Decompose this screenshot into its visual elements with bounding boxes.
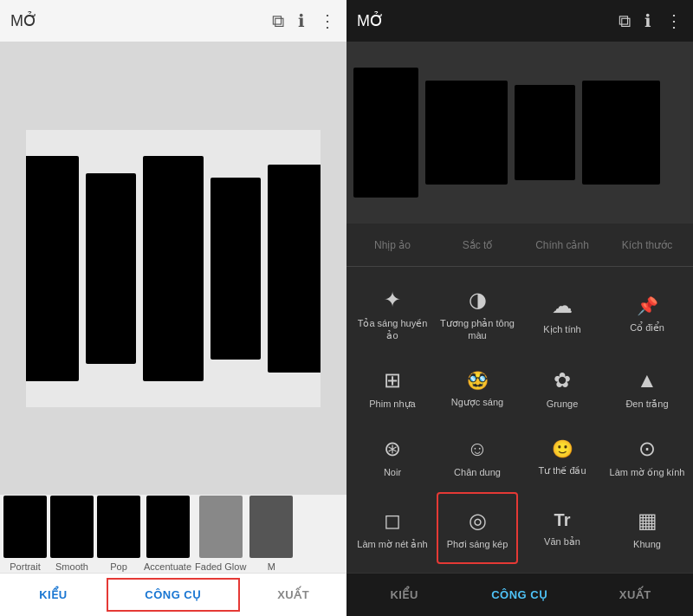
- thumb-fadedglow-img: [199, 496, 243, 558]
- khung-label: Khung: [633, 538, 661, 550]
- thumb-smooth-label: Smooth: [55, 561, 88, 572]
- tuongphan-icon: ◑: [469, 288, 487, 312]
- toasang-label: Tỏa sáng huyền ảo: [353, 317, 431, 342]
- phoisangkep-label: Phơi sáng kép: [447, 538, 508, 550]
- filter-chandung[interactable]: ☺ Chân dung: [435, 423, 520, 491]
- chandung-icon: ☺: [467, 437, 489, 461]
- left-top-icons: ⧉ ℹ ⋮: [272, 10, 336, 31]
- bar-3: [143, 156, 204, 381]
- thumb-fadedglow-label: Faded Glow: [195, 561, 246, 572]
- thumb-m[interactable]: M: [249, 496, 293, 572]
- thumb-portrait-img: [3, 496, 47, 558]
- lammoanh-label: Làm mờ nét ảnh: [357, 538, 427, 550]
- codien-label: Cổ điển: [630, 321, 664, 334]
- strip-filter-1[interactable]: Nhịp ảo: [350, 236, 435, 255]
- vanban-label: Văn bản: [544, 535, 580, 548]
- left-nav-congu[interactable]: CÔNG CỤ: [107, 578, 241, 612]
- chandung-label: Chân dung: [454, 466, 501, 478]
- filter-grunge[interactable]: ✿ Grunge: [520, 354, 605, 423]
- vanban-icon: Tr: [554, 510, 571, 530]
- right-nav-xuat[interactable]: XUẤT: [578, 578, 693, 612]
- right-top-icons: ⧉ ℹ ⋮: [619, 10, 683, 31]
- bar-4: [210, 178, 261, 360]
- lammoongkinh-icon: ⊙: [638, 437, 656, 461]
- bar-5: [268, 165, 321, 373]
- thumb-fadedglow[interactable]: Faded Glow: [195, 496, 246, 572]
- strip-filter-2[interactable]: Sắc tố: [435, 236, 520, 255]
- noir-icon: ⊛: [384, 437, 401, 461]
- thumb-accentuate[interactable]: Accentuate: [144, 496, 191, 572]
- thumb-m-label: M: [268, 561, 275, 572]
- thumb-smooth-img: [50, 496, 94, 558]
- filter-lammoongkinh[interactable]: ⊙ Làm mờ ống kính: [605, 423, 690, 491]
- right-panel: MỞ ⧉ ℹ ⋮ Nhịp ảo Sắc tố Chính cảnh Kích …: [346, 0, 693, 616]
- kichtinh-label: Kịch tính: [543, 323, 580, 335]
- filter-phimnhua[interactable]: ⊞ Phim nhựa: [350, 354, 435, 423]
- thumb-accentuate-img: [146, 496, 190, 558]
- filter-dentrang[interactable]: ▲ Đen trắng: [605, 354, 690, 423]
- noir-label: Noir: [384, 466, 401, 478]
- filter-toasang[interactable]: ✦ Tỏa sáng huyền ảo: [350, 274, 435, 354]
- filter-tuthedau[interactable]: 🙂 Tư thế đầu: [520, 423, 605, 491]
- toasang-icon: ✦: [384, 288, 401, 312]
- left-nav-kieu[interactable]: KIỂU: [0, 578, 107, 612]
- thumb-pop-img: [97, 496, 140, 558]
- thumb-m-img: [249, 496, 293, 558]
- dentrang-icon: ▲: [637, 368, 657, 392]
- right-filter-strip[interactable]: Nhịp ảo Sắc tố Chính cảnh Kích thước: [346, 224, 693, 267]
- strip-filter-3[interactable]: Chính cảnh: [520, 236, 605, 255]
- right-bar-2: [425, 81, 508, 185]
- thumb-accentuate-label: Accentuate: [144, 561, 191, 572]
- right-top-bar: MỞ ⧉ ℹ ⋮: [346, 0, 693, 42]
- phimnhua-icon: ⊞: [384, 368, 401, 392]
- nguocsang-icon: 🥸: [467, 370, 489, 391]
- left-title: MỞ: [10, 11, 272, 30]
- thumb-smooth[interactable]: Smooth: [50, 496, 94, 572]
- left-image-area: [0, 42, 346, 495]
- codien-icon: 📌: [637, 295, 658, 316]
- khung-icon: ▦: [638, 509, 657, 533]
- right-info-icon[interactable]: ℹ: [644, 10, 651, 31]
- filter-vanban[interactable]: Tr Văn bản: [520, 490, 605, 566]
- thumb-portrait-label: Portrait: [10, 561, 40, 572]
- left-bottom-nav: KIỂU CÔNG CỤ XUẤT: [0, 573, 346, 616]
- left-nav-xuat[interactable]: XUẤT: [240, 578, 346, 612]
- right-nav-congcu[interactable]: CÔNG CỤ: [462, 578, 577, 612]
- phoisangkep-icon: ◎: [469, 509, 487, 533]
- layers-icon[interactable]: ⧉: [272, 11, 284, 31]
- filter-lammoanh[interactable]: ◻ Làm mờ nét ảnh: [350, 490, 435, 566]
- tuthedau-icon: 🙂: [552, 438, 573, 459]
- right-image-area: [346, 42, 693, 224]
- strip-filter-4[interactable]: Kích thước: [605, 236, 690, 255]
- more-icon[interactable]: ⋮: [319, 10, 336, 31]
- right-title: MỞ: [357, 11, 619, 30]
- filter-noir[interactable]: ⊛ Noir: [350, 423, 435, 491]
- right-more-icon[interactable]: ⋮: [665, 10, 683, 31]
- tuthedau-label: Tư thế đầu: [538, 464, 586, 477]
- right-bottom-nav: KIỂU CÔNG CỤ XUẤT: [346, 573, 693, 616]
- right-layers-icon[interactable]: ⧉: [619, 11, 631, 31]
- info-icon[interactable]: ℹ: [298, 10, 305, 31]
- kichtinh-icon: ☁: [552, 294, 573, 318]
- lammoongkinh-label: Làm mờ ống kính: [610, 466, 685, 478]
- filter-nguocsang[interactable]: 🥸 Ngược sáng: [435, 354, 520, 423]
- thumb-pop[interactable]: Pop: [97, 496, 140, 572]
- grunge-label: Grunge: [547, 398, 579, 410]
- left-bars: [26, 130, 321, 407]
- nguocsang-label: Ngược sáng: [451, 396, 503, 408]
- lammoanh-icon: ◻: [384, 509, 401, 533]
- filter-phoisangkep[interactable]: ◎ Phơi sáng kép: [437, 492, 518, 564]
- filter-codien[interactable]: 📌 Cổ điển: [605, 274, 690, 354]
- thumb-portrait[interactable]: Portrait: [3, 496, 47, 572]
- right-nav-kieu[interactable]: KIỂU: [346, 578, 462, 612]
- grunge-icon: ✿: [554, 368, 571, 392]
- left-main-image: [26, 130, 321, 407]
- right-filter-grid: ✦ Tỏa sáng huyền ảo ◑ Tương phản tông mà…: [346, 267, 693, 573]
- left-thumbnail-strip[interactable]: Portrait Smooth Pop Accentuate Faded Glo…: [0, 495, 346, 573]
- filter-tuongphan[interactable]: ◑ Tương phản tông màu: [435, 274, 520, 354]
- phimnhua-label: Phim nhựa: [369, 398, 415, 410]
- filter-kichtinh[interactable]: ☁ Kịch tính: [520, 274, 605, 354]
- thumb-pop-label: Pop: [110, 561, 127, 572]
- filter-khung[interactable]: ▦ Khung: [605, 490, 690, 566]
- right-bar-1: [353, 68, 418, 198]
